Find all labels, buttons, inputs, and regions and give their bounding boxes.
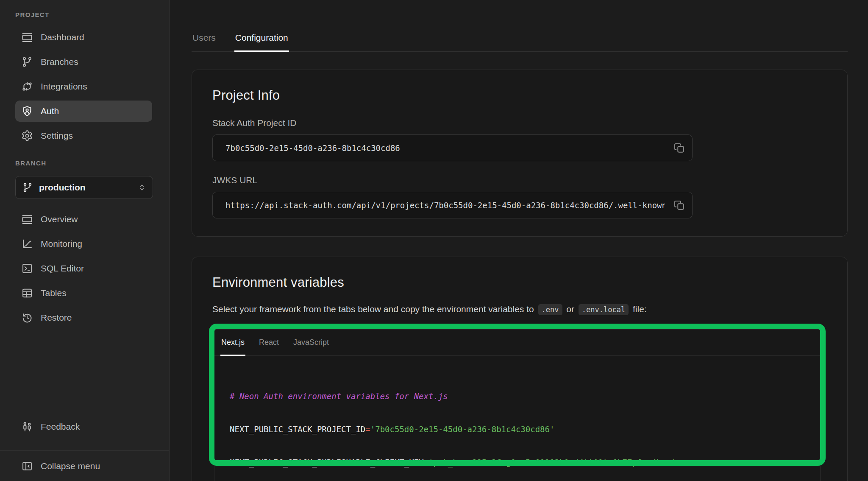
collapse-panel-icon: [21, 460, 33, 472]
sidebar-item-restore[interactable]: Restore: [15, 307, 152, 328]
sidebar-item-sql-editor[interactable]: SQL Editor: [15, 258, 152, 279]
code-var-name: NEXT_PUBLIC_STACK_PUBLISHABLE_CLIENT_KEY: [230, 458, 424, 467]
code-equals: =: [365, 425, 370, 434]
main-content: Users Configuration Project Info Stack A…: [170, 0, 868, 481]
monitoring-chart-icon: [21, 238, 33, 250]
sidebar-item-label: Dashboard: [41, 32, 84, 42]
env-local-file-chip: .env.local: [579, 304, 629, 315]
collapse-menu-button[interactable]: Collapse menu: [0, 450, 169, 481]
sidebar-item-monitoring[interactable]: Monitoring: [15, 233, 152, 254]
sidebar-item-overview[interactable]: Overview: [15, 209, 152, 230]
sidebar-item-branches[interactable]: Branches: [15, 51, 152, 73]
sql-terminal-icon: [21, 263, 33, 274]
code-string: '7b0c55d0-2e15-45d0-a236-8b1c4c30cd86': [370, 425, 555, 434]
collapse-menu-label: Collapse menu: [41, 461, 100, 471]
description-text: Select your framework from the tabs belo…: [212, 304, 537, 314]
sidebar-item-label: Branches: [41, 57, 78, 67]
branch-nav: Overview Monitoring SQL Editor Tables Re…: [0, 209, 169, 328]
framework-snippet-panel: Next.js React JavaScript # Neon Auth env…: [214, 329, 821, 481]
sidebar-footer: Feedback Collapse menu: [0, 416, 169, 481]
page-tabs: Users Configuration: [192, 24, 848, 52]
code-equals: =: [424, 458, 428, 467]
sidebar-item-label: Settings: [41, 131, 73, 141]
integrations-icon: [21, 81, 33, 92]
chevron-up-down-icon: [136, 182, 147, 193]
jwks-url-label: JWKS URL: [212, 175, 827, 186]
sidebar-item-label: Restore: [41, 313, 72, 323]
sidebar-item-integrations[interactable]: Integrations: [15, 76, 152, 97]
project-info-card: Project Info Stack Auth Project ID 7b0c5…: [192, 70, 848, 237]
git-branch-icon: [21, 56, 33, 68]
sidebar-item-dashboard[interactable]: Dashboard: [15, 27, 152, 48]
code-string: 'pck_bxem325s3fng9rw5z89213k1md4tt01tz1b…: [428, 458, 676, 467]
framework-tabs: Next.js React JavaScript: [214, 330, 820, 356]
code-var-name: NEXT_PUBLIC_STACK_PROJECT_ID: [230, 425, 365, 434]
sidebar-item-label: Auth: [41, 106, 59, 116]
tab-users[interactable]: Users: [192, 24, 217, 51]
code-comment: # Neon Auth environment variables for Ne…: [230, 392, 448, 401]
project-nav: Dashboard Branches Integrations Auth Set…: [0, 27, 169, 146]
env-vars-description: Select your framework from the tabs belo…: [212, 303, 827, 316]
sidebar-item-label: Monitoring: [41, 239, 82, 249]
copy-jwks-url-button[interactable]: [669, 195, 690, 215]
sidebar-item-auth[interactable]: Auth: [15, 101, 152, 122]
sidebar: PROJECT Dashboard Branches Integrations …: [0, 0, 170, 481]
sidebar-item-label: Overview: [41, 214, 78, 224]
project-id-value: 7b0c55d0-2e15-45d0-a236-8b1c4c30cd86: [225, 143, 665, 153]
sidebar-item-settings[interactable]: Settings: [15, 125, 152, 146]
feedback-people-icon: [21, 421, 33, 433]
copy-project-id-button[interactable]: [669, 138, 690, 158]
gear-icon: [21, 130, 33, 142]
sidebar-item-label: Tables: [41, 288, 67, 298]
environment-variables-card: Environment variables Select your framew…: [192, 257, 848, 481]
restore-history-icon: [21, 312, 33, 324]
description-text: file:: [630, 304, 647, 314]
project-info-title: Project Info: [212, 88, 827, 103]
dashboard-icon: [21, 31, 33, 43]
sidebar-item-tables[interactable]: Tables: [15, 282, 152, 304]
sidebar-item-label: SQL Editor: [41, 263, 84, 274]
tab-configuration[interactable]: Configuration: [234, 24, 289, 51]
project-id-label: Stack Auth Project ID: [212, 117, 827, 129]
branch-selector-value: production: [39, 182, 86, 193]
copy-icon: [673, 199, 685, 211]
overview-icon: [21, 213, 33, 225]
description-text: or: [564, 304, 577, 314]
app-window: PROJECT Dashboard Branches Integrations …: [0, 0, 868, 481]
branch-section-label: BRANCH: [15, 159, 169, 167]
branch-selector[interactable]: production: [15, 176, 153, 199]
git-branch-icon: [22, 182, 33, 193]
copy-icon: [673, 142, 685, 154]
sidebar-item-label: Feedback: [41, 422, 80, 432]
project-id-field[interactable]: 7b0c55d0-2e15-45d0-a236-8b1c4c30cd86: [212, 134, 693, 161]
jwks-url-field[interactable]: https://api.stack-auth.com/api/v1/projec…: [212, 192, 693, 218]
auth-shield-icon: [21, 105, 33, 117]
framework-panel-wrap: Next.js React JavaScript # Neon Auth env…: [214, 329, 821, 481]
env-file-chip: .env: [538, 304, 562, 315]
tab-react[interactable]: React: [258, 330, 280, 355]
sidebar-item-feedback[interactable]: Feedback: [15, 416, 152, 437]
env-vars-title: Environment variables: [212, 275, 827, 290]
jwks-url-value: https://api.stack-auth.com/api/v1/projec…: [225, 201, 665, 210]
project-section-label: PROJECT: [15, 11, 169, 19]
env-code-block: # Neon Auth environment variables for Ne…: [214, 356, 820, 481]
sidebar-item-label: Integrations: [41, 81, 87, 92]
tab-javascript[interactable]: JavaScript: [292, 330, 330, 355]
tab-nextjs[interactable]: Next.js: [220, 330, 245, 355]
table-icon: [21, 287, 33, 299]
